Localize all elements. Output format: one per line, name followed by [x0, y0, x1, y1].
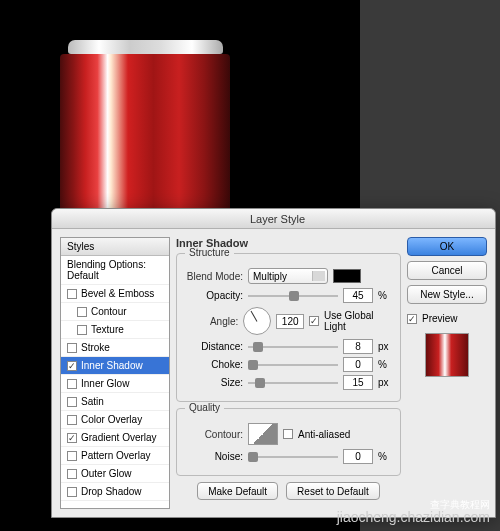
style-drop-shadow[interactable]: Drop Shadow: [61, 483, 169, 501]
preview-check[interactable]: [407, 314, 417, 324]
size-value[interactable]: 15: [343, 375, 373, 390]
style-outer-glow[interactable]: Outer Glow: [61, 465, 169, 483]
choke-unit: %: [378, 359, 392, 370]
style-inner-shadow[interactable]: Inner Shadow: [61, 357, 169, 375]
opacity-value[interactable]: 45: [343, 288, 373, 303]
dialog-titlebar[interactable]: Layer Style: [52, 209, 495, 229]
preview-label: Preview: [422, 313, 458, 324]
contour-label: Contour:: [185, 429, 243, 440]
distance-value[interactable]: 8: [343, 339, 373, 354]
opacity-label: Opacity:: [185, 290, 243, 301]
watermark: 查字典教程网 jiaocheng.chazidian.com: [337, 499, 490, 525]
style-contour[interactable]: Contour: [61, 303, 169, 321]
blend-mode-select[interactable]: Multiply: [248, 268, 328, 284]
angle-label: Angle:: [185, 316, 238, 327]
angle-value[interactable]: 120: [276, 314, 304, 329]
structure-label: Structure: [185, 247, 234, 258]
distance-label: Distance:: [185, 341, 243, 352]
style-texture[interactable]: Texture: [61, 321, 169, 339]
distance-slider[interactable]: [248, 340, 338, 354]
noise-label: Noise:: [185, 451, 243, 462]
choke-slider[interactable]: [248, 358, 338, 372]
anti-aliased-check[interactable]: [283, 429, 293, 439]
size-slider[interactable]: [248, 376, 338, 390]
styles-header[interactable]: Styles: [61, 238, 169, 256]
preview-swatch: [425, 333, 469, 377]
style-stroke[interactable]: Stroke: [61, 339, 169, 357]
style-color-overlay[interactable]: Color Overlay: [61, 411, 169, 429]
blending-options-row[interactable]: Blending Options: Default: [61, 256, 169, 285]
style-gradient-overlay[interactable]: Gradient Overlay: [61, 429, 169, 447]
reset-default-button[interactable]: Reset to Default: [286, 482, 380, 500]
new-style-button[interactable]: New Style...: [407, 285, 487, 304]
choke-label: Choke:: [185, 359, 243, 370]
ok-button[interactable]: OK: [407, 237, 487, 256]
size-label: Size:: [185, 377, 243, 388]
choke-value[interactable]: 0: [343, 357, 373, 372]
global-light-check[interactable]: [309, 316, 319, 326]
dialog-title: Layer Style: [250, 213, 305, 225]
shadow-color-swatch[interactable]: [333, 269, 361, 283]
style-pattern-overlay[interactable]: Pattern Overlay: [61, 447, 169, 465]
size-unit: px: [378, 377, 392, 388]
style-inner-glow[interactable]: Inner Glow: [61, 375, 169, 393]
noise-value[interactable]: 0: [343, 449, 373, 464]
layer-style-dialog: Layer Style Styles Blending Options: Def…: [51, 208, 496, 518]
noise-unit: %: [378, 451, 392, 462]
style-bevel[interactable]: Bevel & Emboss: [61, 285, 169, 303]
quality-label: Quality: [185, 402, 224, 413]
global-light-label: Use Global Light: [324, 310, 392, 332]
cancel-button[interactable]: Cancel: [407, 261, 487, 280]
anti-aliased-label: Anti-aliased: [298, 429, 350, 440]
style-satin[interactable]: Satin: [61, 393, 169, 411]
opacity-unit: %: [378, 290, 392, 301]
noise-slider[interactable]: [248, 450, 338, 464]
blend-mode-label: Blend Mode:: [185, 271, 243, 282]
opacity-slider[interactable]: [248, 289, 338, 303]
distance-unit: px: [378, 341, 392, 352]
angle-dial[interactable]: [243, 307, 271, 335]
contour-picker[interactable]: [248, 423, 278, 445]
make-default-button[interactable]: Make Default: [197, 482, 278, 500]
